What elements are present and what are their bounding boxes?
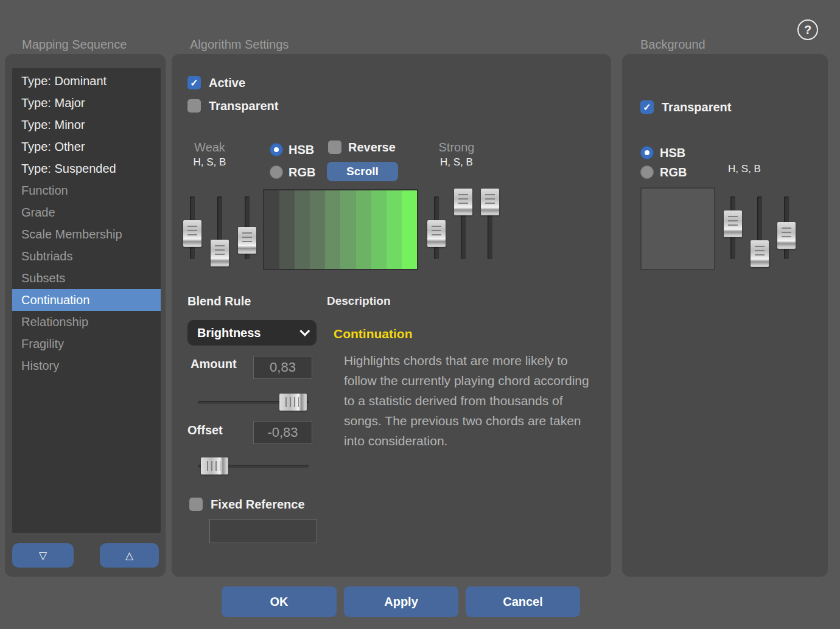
background-s-slider[interactable]: [751, 193, 769, 263]
list-item[interactable]: Fragility: [12, 333, 161, 355]
list-item[interactable]: Relationship: [12, 311, 161, 333]
slider-handle[interactable]: [238, 227, 256, 254]
strong-label: Strong: [426, 141, 487, 155]
slider-handle[interactable]: [481, 189, 499, 215]
description-body: Highlights chords that are more likely t…: [344, 350, 595, 451]
down-triangle-icon: ▽: [39, 549, 47, 562]
list-item[interactable]: Type: Major: [12, 92, 161, 114]
dialog-window: { "icons": { "check": "✓", "help": "?", …: [0, 0, 840, 629]
list-item[interactable]: Subtriads: [12, 245, 161, 267]
cancel-button[interactable]: Cancel: [466, 586, 580, 617]
offset-slider[interactable]: [198, 457, 309, 475]
strong-s-slider[interactable]: [454, 193, 472, 263]
amount-label: Amount: [191, 357, 237, 370]
algorithm-settings-header: Algorithm Settings: [190, 38, 289, 52]
list-item[interactable]: Type: Suspended: [12, 158, 161, 179]
slider-handle[interactable]: [211, 240, 229, 266]
fixed-reference-checkbox[interactable]: [189, 498, 203, 511]
offset-field[interactable]: [253, 421, 312, 444]
slider-handle[interactable]: [279, 394, 307, 411]
weak-s-slider[interactable]: [211, 193, 229, 263]
list-item[interactable]: History: [12, 355, 161, 377]
background-transparent-checkbox[interactable]: ✓: [640, 100, 654, 114]
background-panel: ✓ Transparent HSB RGB H, S, B: [622, 54, 828, 577]
background-h-slider[interactable]: [724, 193, 742, 263]
list-item[interactable]: Type: Minor: [12, 114, 161, 136]
list-item[interactable]: Type: Other: [12, 136, 161, 158]
active-checkbox[interactable]: ✓: [187, 76, 201, 89]
description-algorithm-name: Continuation: [334, 327, 412, 341]
slider-handle[interactable]: [427, 220, 446, 247]
background-b-slider[interactable]: [777, 193, 796, 263]
rgb-radio-label: RGB: [289, 165, 315, 179]
background-hsb-label: HSB: [660, 146, 685, 159]
blend-rule-value: Brightness: [197, 326, 261, 340]
algorithm-settings-panel: ✓ Active Transparent Weak H, S, B HSB RG…: [172, 54, 611, 577]
blend-rule-dropdown[interactable]: Brightness: [187, 320, 317, 346]
hsb-radio-label: HSB: [289, 143, 314, 156]
slider-handle[interactable]: [777, 222, 796, 249]
apply-button[interactable]: Apply: [344, 586, 458, 617]
amount-field[interactable]: [253, 356, 312, 379]
move-up-button[interactable]: △: [100, 543, 159, 568]
slider-handle[interactable]: [201, 457, 228, 474]
mapping-sequence-panel: Type: DominantType: MajorType: MinorType…: [5, 54, 166, 577]
move-down-button[interactable]: ▽: [12, 543, 74, 568]
list-item[interactable]: Subsets: [12, 267, 161, 289]
blend-rule-label: Blend Rule: [187, 294, 251, 308]
color-gradient-preview: [263, 189, 418, 270]
strong-hsb-label: H, S, B: [426, 156, 487, 169]
rgb-radio[interactable]: [270, 165, 283, 179]
ok-button[interactable]: OK: [222, 586, 337, 617]
help-icon[interactable]: ?: [797, 19, 818, 40]
strong-h-slider[interactable]: [427, 193, 446, 263]
weak-h-slider[interactable]: [183, 193, 201, 263]
slider-handle[interactable]: [751, 240, 769, 267]
background-transparent-label: Transparent: [662, 100, 731, 114]
mapping-sequence-header: Mapping Sequence: [22, 38, 127, 52]
up-triangle-icon: △: [125, 549, 133, 562]
weak-hsb-label: H, S, B: [178, 156, 242, 169]
background-rgb-label: RGB: [660, 165, 687, 179]
reverse-checkbox[interactable]: [328, 141, 341, 154]
slider-handle[interactable]: [724, 210, 742, 237]
list-item[interactable]: Type: Dominant: [12, 70, 161, 92]
chevron-down-icon: [299, 326, 310, 336]
background-rgb-radio[interactable]: [640, 165, 654, 179]
background-hsb-radio[interactable]: [640, 146, 654, 159]
weak-label-group: Weak H, S, B: [178, 141, 242, 169]
strong-label-group: Strong H, S, B: [426, 141, 487, 169]
weak-label: Weak: [178, 141, 242, 155]
transparent-label: Transparent: [209, 99, 278, 113]
list-item[interactable]: Grade: [12, 201, 161, 223]
description-title: Description: [327, 294, 391, 308]
strong-b-slider[interactable]: [481, 193, 499, 263]
list-item[interactable]: Function: [12, 179, 161, 201]
list-item[interactable]: Scale Membership: [12, 223, 161, 245]
background-hsb-sub-label: H, S, B: [728, 163, 761, 175]
scroll-button[interactable]: Scroll: [327, 162, 398, 181]
offset-label: Offset: [187, 423, 223, 437]
background-color-swatch: [640, 187, 715, 270]
slider-handle[interactable]: [454, 189, 472, 215]
list-item[interactable]: Continuation: [12, 289, 161, 311]
background-header: Background: [640, 38, 705, 52]
active-label: Active: [209, 76, 245, 89]
fixed-reference-field[interactable]: [209, 519, 317, 543]
transparent-checkbox[interactable]: [187, 99, 201, 113]
mapping-sequence-list: Type: DominantType: MajorType: MinorType…: [12, 68, 161, 533]
hsb-radio[interactable]: [270, 143, 283, 156]
amount-slider[interactable]: [198, 393, 309, 411]
weak-b-slider[interactable]: [238, 193, 256, 263]
reverse-label: Reverse: [348, 141, 396, 154]
fixed-reference-label: Fixed Reference: [211, 498, 305, 511]
slider-handle[interactable]: [183, 220, 201, 247]
